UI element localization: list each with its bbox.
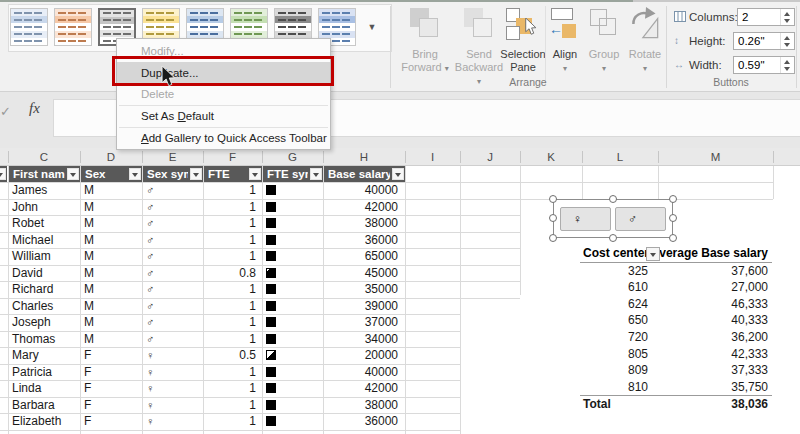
cell-first-name[interactable]: John [12, 199, 76, 216]
cell-fte[interactable]: 0.5 [210, 347, 256, 364]
menu-item-set-as-default[interactable]: Set As Default [117, 106, 330, 127]
columns-input[interactable] [738, 9, 786, 25]
slicer-button-male[interactable]: ♂ [615, 207, 666, 231]
cell-fte[interactable]: 1 [210, 281, 256, 298]
cell-first-name[interactable]: David [12, 265, 76, 282]
cell-first-name[interactable]: Elizabeth [12, 413, 76, 430]
cell-fte[interactable]: 1 [210, 331, 256, 348]
pivot-col2-header[interactable]: Average Base salary [620, 245, 768, 262]
cell-fte-symbol[interactable] [266, 416, 276, 426]
pivot-cost-center[interactable]: 805 [560, 346, 648, 363]
table-row-barbara[interactable]: BarbaraF♀138000 [0, 397, 520, 414]
cell-fte[interactable]: 0.8 [210, 265, 256, 282]
cell-fte[interactable]: 1 [210, 413, 256, 430]
cell-fte-symbol[interactable] [266, 218, 276, 228]
cell-first-name[interactable]: Michael [12, 232, 76, 249]
table-row-william[interactable]: WilliamM♂165000 [0, 248, 520, 265]
pivot-avg-salary[interactable]: 42,333 [640, 346, 768, 363]
pivot-cost-center[interactable]: 720 [560, 329, 648, 346]
cell-sex[interactable]: M [84, 298, 114, 315]
cell-fte-symbol[interactable] [266, 367, 276, 377]
cell-fte-symbol[interactable] [266, 235, 276, 245]
cell-base-salary[interactable]: 42000 [310, 199, 398, 216]
filter-button-b[interactable] [0, 168, 6, 180]
cell-first-name[interactable]: Barbara [12, 397, 76, 414]
pivot-avg-salary[interactable]: 37,600 [640, 263, 768, 280]
cell-fte[interactable]: 1 [210, 199, 256, 216]
cell-first-name[interactable]: Linda [12, 380, 76, 397]
slicer-button-female[interactable]: ♀ [560, 207, 611, 231]
cell-fte[interactable]: 1 [210, 364, 256, 381]
columns-spinner[interactable] [780, 9, 794, 25]
cell-sex-symbol[interactable]: ♂ [146, 232, 176, 249]
pivot-avg-salary[interactable]: 27,000 [640, 279, 768, 296]
cell-sex[interactable]: M [84, 281, 114, 298]
table-row-john[interactable]: JohnM♂142000 [0, 199, 520, 216]
column-letter-K[interactable]: K [520, 148, 582, 166]
cell-sex-symbol[interactable]: ♂ [146, 265, 176, 282]
pivot-total-value[interactable]: 38,036 [640, 396, 768, 413]
cell-first-name[interactable]: William [12, 248, 76, 265]
cell-sex-symbol[interactable]: ♀ [146, 364, 176, 381]
gallery-more-button[interactable]: ▼ [361, 17, 383, 37]
cell-fte-symbol[interactable] [266, 185, 276, 195]
filter-button-3[interactable] [190, 168, 202, 180]
column-letter-I[interactable]: I [405, 148, 460, 166]
table-row-james[interactable]: JamesM♂140000 [0, 182, 520, 199]
cell-first-name[interactable]: Robet [12, 215, 76, 232]
table-row-mary[interactable]: MaryF♀0.520000 [0, 347, 520, 364]
cell-sex-symbol[interactable]: ♂ [146, 248, 176, 265]
cell-sex-symbol[interactable]: ♂ [146, 182, 176, 199]
table-row-elizabeth[interactable]: ElizabethF♀136000 [0, 413, 520, 430]
cell-sex[interactable]: M [84, 248, 114, 265]
pivot-avg-salary[interactable]: 46,333 [640, 296, 768, 313]
pivot-style-orange[interactable] [54, 8, 92, 46]
cell-sex[interactable]: M [84, 232, 114, 249]
pivot-avg-salary[interactable]: 35,750 [640, 379, 768, 396]
cell-base-salary[interactable]: 34000 [310, 331, 398, 348]
column-letter-L[interactable]: L [582, 148, 658, 166]
cell-fte[interactable]: 1 [210, 397, 256, 414]
cell-sex-symbol[interactable]: ♂ [146, 314, 176, 331]
table-row-thomas[interactable]: ThomasM♂134000 [0, 331, 520, 348]
selection-handle[interactable] [549, 214, 557, 222]
sex-slicer-group[interactable]: ♀ ♂ [553, 199, 673, 238]
cell-base-salary[interactable]: 42000 [310, 380, 398, 397]
cell-first-name[interactable]: Thomas [12, 331, 76, 348]
cell-sex[interactable]: F [84, 364, 114, 381]
column-letter-G[interactable]: G [262, 148, 323, 166]
cell-first-name[interactable]: Charles [12, 298, 76, 315]
column-letter-M[interactable]: M [658, 148, 773, 166]
cell-fte[interactable]: 1 [210, 314, 256, 331]
cell-sex[interactable]: M [84, 182, 114, 199]
selection-handle[interactable] [549, 234, 557, 242]
selection-handle[interactable] [609, 234, 617, 242]
cell-sex[interactable]: M [84, 331, 114, 348]
cell-base-salary[interactable]: 35000 [310, 281, 398, 298]
selection-pane-button[interactable]: Selection Pane [500, 6, 546, 74]
cell-sex[interactable]: F [84, 347, 114, 364]
table-row-michael[interactable]: MichaelM♂136000 [0, 232, 520, 249]
column-letter-D[interactable]: D [80, 148, 142, 166]
table-row-charles[interactable]: CharlesM♂139000 [0, 298, 520, 315]
selection-handle[interactable] [549, 195, 557, 203]
cell-fte-symbol[interactable] [266, 383, 276, 393]
cell-sex-symbol[interactable]: ♂ [146, 331, 176, 348]
pivot-cost-center[interactable]: 624 [560, 296, 648, 313]
cell-base-salary[interactable]: 38000 [310, 397, 398, 414]
cell-fte-symbol[interactable] [266, 268, 276, 278]
filter-button-1[interactable] [67, 168, 79, 180]
selection-handle[interactable] [669, 214, 677, 222]
cell-fte-symbol[interactable] [266, 400, 276, 410]
column-letter-C[interactable]: C [8, 148, 80, 166]
cell-fte[interactable]: 1 [210, 232, 256, 249]
cell-sex-symbol[interactable]: ♀ [146, 347, 176, 364]
cell-sex-symbol[interactable]: ♀ [146, 380, 176, 397]
cell-sex[interactable]: M [84, 215, 114, 232]
cell-fte[interactable]: 1 [210, 298, 256, 315]
selection-handle[interactable] [669, 195, 677, 203]
cell-fte[interactable]: 1 [210, 182, 256, 199]
table-row-robet[interactable]: RobetM♂138000 [0, 215, 520, 232]
filter-button-5[interactable] [310, 168, 322, 180]
menu-item-add-gallery-to-quick-access-toolbar[interactable]: Add Gallery to Quick Access Toolbar [117, 128, 330, 149]
